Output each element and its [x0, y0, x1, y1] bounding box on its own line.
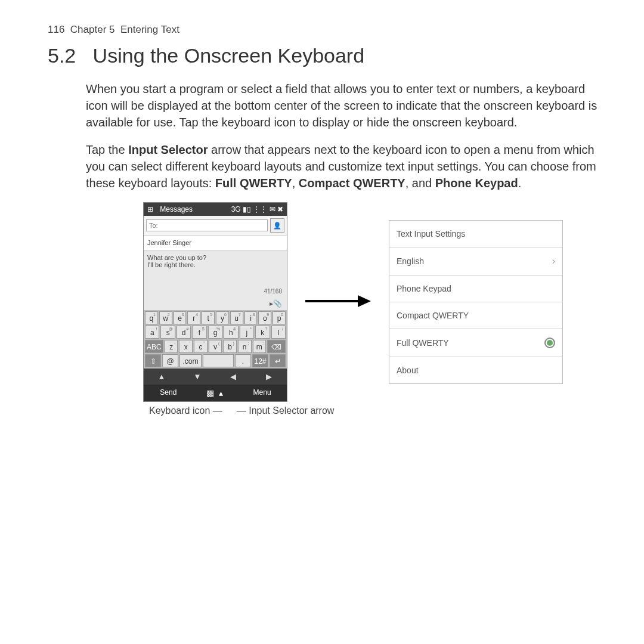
key-s[interactable]: s@	[160, 326, 175, 339]
figure-row: ⊞ Messages 3G ▮▯ ⋮⋮ ✉ ✖ 👤 Jennifer Singe…	[143, 202, 608, 402]
chapter-title: Entering Text	[120, 24, 179, 35]
key-n[interactable]: n;	[238, 340, 252, 353]
key-g[interactable]: g%	[208, 326, 222, 339]
key-c[interactable]: c"	[194, 340, 208, 353]
section-title-text: Using the Onscreen Keyboard	[93, 44, 364, 67]
key-enter[interactable]: ↵	[270, 354, 286, 367]
recipient-name: Jennifer Singer	[144, 236, 287, 250]
app-title: Messages	[160, 205, 193, 213]
key-period[interactable]: .	[235, 354, 251, 367]
page: 116 Chapter 5 Entering Text 5.2 Using th…	[0, 0, 644, 416]
running-head: 116 Chapter 5 Entering Text	[48, 24, 608, 36]
kbd-row-3: ABC z-x'c"v(b)n;m: ⌫	[145, 340, 286, 353]
term-phone-keypad: Phone Keypad	[435, 177, 518, 190]
key-space[interactable]	[203, 354, 234, 367]
key-t[interactable]: t5	[202, 311, 215, 324]
contact-picker-icon[interactable]: 👤	[270, 218, 284, 233]
softkey-send[interactable]: Send	[144, 385, 193, 401]
kbd-row-4: ⇧ @ .com . 12# ↵	[145, 354, 286, 367]
attach-icon[interactable]: ▸📎	[270, 299, 282, 308]
key-r[interactable]: r4	[187, 311, 200, 324]
arrow-icon	[305, 292, 371, 312]
windows-flag-icon: ⊞	[147, 205, 153, 213]
key-w[interactable]: w2	[159, 311, 172, 324]
settings-header: Text Input Settings	[389, 221, 562, 247]
key-shift[interactable]: ⇧	[145, 354, 161, 367]
svg-marker-1	[358, 295, 371, 307]
callout-input-selector: — Input Selector arrow	[237, 405, 335, 416]
radio-selected-icon	[544, 338, 555, 348]
settings-item-english[interactable]: English›	[389, 247, 562, 275]
key-h[interactable]: h&	[224, 326, 238, 339]
key-p[interactable]: p0	[273, 311, 286, 324]
section-number: 5.2	[48, 44, 76, 67]
key-f[interactable]: f$	[192, 326, 206, 339]
settings-item-about[interactable]: About	[389, 357, 562, 383]
key-u[interactable]: u7	[230, 311, 243, 324]
key-x[interactable]: x'	[179, 340, 193, 353]
key-l[interactable]: l/	[271, 326, 286, 339]
key-numeric[interactable]: 12#	[252, 354, 268, 367]
onscreen-keyboard: q1w2e3r4t5y6u7i8o9p0 a!s@d#f$g%h&j*k?l/ …	[144, 310, 287, 369]
softkey-bar: Send ▩ ▴ Menu	[144, 385, 287, 401]
message-text: What are you up to? I'll be right there.	[147, 254, 283, 268]
section-heading: 5.2 Using the Onscreen Keyboard	[48, 44, 608, 67]
text-input-settings-menu: Text Input Settings English› Phone Keypa…	[389, 220, 563, 384]
nav-up-icon[interactable]: ▲	[144, 369, 179, 385]
settings-item-compact-qwerty[interactable]: Compact QWERTY	[389, 302, 562, 329]
kbd-row-2: a!s@d#f$g%h&j*k?l/	[145, 326, 286, 339]
chevron-right-icon: ›	[552, 256, 555, 267]
softkey-menu[interactable]: Menu	[237, 385, 287, 401]
key-at[interactable]: @	[162, 354, 178, 367]
phone-titlebar: ⊞ Messages 3G ▮▯ ⋮⋮ ✉ ✖	[144, 203, 287, 216]
nav-arrows: ▲ ▼ ◀ ▶	[144, 369, 287, 385]
paragraph-1: When you start a program or select a fie…	[86, 80, 608, 131]
kbd-row-1: q1w2e3r4t5y6u7i8o9p0	[145, 311, 286, 324]
key-i[interactable]: i8	[244, 311, 258, 324]
key-v[interactable]: v(	[209, 340, 222, 353]
figure-callouts: Keyboard icon — — Input Selector arrow	[149, 405, 608, 416]
term-full-qwerty: Full QWERTY	[215, 177, 292, 190]
key-d[interactable]: d#	[177, 326, 191, 339]
phone-screenshot: ⊞ Messages 3G ▮▯ ⋮⋮ ✉ ✖ 👤 Jennifer Singe…	[143, 202, 287, 402]
message-area[interactable]: What are you up to? I'll be right there.…	[144, 250, 287, 310]
settings-item-full-qwerty[interactable]: Full QWERTY	[389, 329, 562, 357]
key-dotcom[interactable]: .com	[179, 354, 202, 367]
callout-keyboard-icon: Keyboard icon —	[149, 405, 222, 416]
status-icons: 3G ▮▯ ⋮⋮ ✉ ✖	[231, 205, 283, 213]
page-number: 116	[48, 24, 64, 35]
key-m[interactable]: m:	[253, 340, 267, 353]
chapter-label: Chapter 5	[70, 24, 115, 35]
key-e[interactable]: e3	[174, 311, 187, 324]
softkey-center[interactable]: ▩ ▴	[193, 385, 237, 401]
key-k[interactable]: k?	[255, 326, 270, 339]
settings-item-phone-keypad[interactable]: Phone Keypad	[389, 275, 562, 302]
paragraph-2: Tap the Input Selector arrow that appear…	[86, 141, 608, 191]
to-field[interactable]	[146, 219, 268, 231]
key-backspace[interactable]: ⌫	[267, 340, 286, 353]
key-b[interactable]: b)	[223, 340, 237, 353]
char-counter: 41/160	[264, 288, 282, 295]
nav-down-icon[interactable]: ▼	[179, 369, 215, 385]
key-abc[interactable]: ABC	[145, 340, 163, 353]
key-j[interactable]: j*	[240, 326, 254, 339]
nav-left-icon[interactable]: ◀	[215, 369, 251, 385]
term-compact-qwerty: Compact QWERTY	[299, 177, 405, 190]
term-input-selector: Input Selector	[128, 143, 208, 156]
to-row: 👤	[144, 216, 287, 236]
nav-right-icon[interactable]: ▶	[251, 369, 287, 385]
key-y[interactable]: y6	[216, 311, 229, 324]
key-o[interactable]: o9	[258, 311, 271, 324]
key-a[interactable]: a!	[145, 326, 159, 339]
key-q[interactable]: q1	[145, 311, 158, 324]
key-z[interactable]: z-	[165, 340, 178, 353]
